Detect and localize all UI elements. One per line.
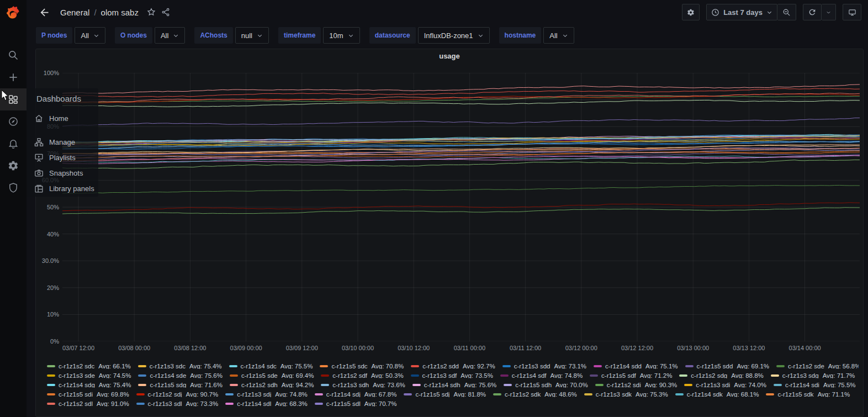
legend-item[interactable]: c-r1z1s3 sdjAvg: 74.8% [225,391,308,397]
legend-item[interactable]: c-r1z1s4 sddAvg: 75.1% [594,363,678,369]
flyout-item-snapshots[interactable]: Snapshots [27,165,98,181]
dashboards-flyout-menu: Dashboards HomeManagePlaylistsSnapshotsL… [27,88,98,197]
legend-swatch [500,374,509,377]
legend-item[interactable]: c-r1z1s3 sdcAvg: 75.4% [138,363,222,369]
legend-item[interactable]: c-r1z1s2 sdkAvg: 48.6% [493,391,577,397]
legend-item[interactable]: c-r1z1s5 sdhAvg: 70.0% [504,382,588,388]
flyout-item-label: Library panels [49,184,94,193]
legend-swatch [411,365,419,367]
legend-item[interactable]: c-r1z1s4 sdgAvg: 75.4% [47,382,131,388]
breadcrumb: General / olom sabz [60,8,139,17]
legend-item[interactable]: c-r1z1s5 sdcAvg: 70.8% [320,363,404,369]
flyout-item-manage[interactable]: Manage [27,134,98,150]
legend-item[interactable]: c-r1z1s5 sdfAvg: 71.2% [590,372,672,378]
clock-icon [711,8,719,17]
legend-series-name: c-r1z1s4 sdd [605,363,642,369]
legend-series-name: c-r1z1s3 sdg [782,372,819,378]
variable-label: AChosts [194,27,232,44]
legend-series-name: c-r1z1s5 sdh [515,382,552,388]
legend-item[interactable]: c-r1z1s5 sdkAvg: 71.1% [766,391,850,397]
plot-area[interactable] [62,73,860,341]
legend-swatch [504,384,512,386]
legend-item[interactable]: c-r1z1s2 sdcAvg: 66.1% [47,363,131,369]
refresh-group [803,4,836,20]
legend-item[interactable]: c-r1z1s3 sdgAvg: 71.7% [771,372,855,378]
legend-item[interactable]: c-r1z1s3 sdeAvg: 74.5% [47,372,131,378]
legend-item[interactable]: c-r1z1s2 sdeAvg: 56.8% [776,363,859,369]
legend-item[interactable]: c-r1z1s2 sdiAvg: 90.3% [595,382,678,388]
legend-item[interactable]: c-r1z1s3 sdiAvg: 74.0% [684,382,766,388]
legend-series-name: c-r1z1s4 sdc [241,363,277,369]
legend-item[interactable]: c-r1z1s5 sdeAvg: 69.4% [230,372,314,378]
cycle-view-mode-button[interactable] [843,4,861,20]
legend-item[interactable]: c-r1z1s4 sdeAvg: 75.6% [138,372,222,378]
create-plus-button[interactable] [0,66,27,88]
legend-item[interactable]: c-r1z1s5 sddAvg: 69.1% [685,363,769,369]
legend-item[interactable]: c-r1z1s4 sdlAvg: 68.3% [225,400,308,407]
legend-series-avg: Avg: 56.8% [828,363,859,369]
variable-value-dropdown[interactable]: All [155,27,185,44]
favorite-star-button[interactable] [144,5,158,19]
legend-item[interactable]: c-r1z1s3 sdkAvg: 75.3% [584,391,668,397]
legend-item[interactable]: c-r1z1s3 sdhAvg: 73.6% [321,382,405,388]
x-tick-label: 03/07 12:00 [62,345,94,351]
legend-item[interactable]: c-r1z1s4 sdhAvg: 75.6% [412,382,496,388]
variable-value-dropdown[interactable]: All [543,27,574,44]
legend-item[interactable]: c-r1z1s4 sdcAvg: 75.5% [229,363,313,369]
configuration-button[interactable] [0,155,27,177]
legend-item[interactable]: c-r1z1s2 sdfAvg: 50.3% [321,372,403,378]
legend-item[interactable]: c-r1z1s2 sdlAvg: 91.0% [47,400,129,407]
legend-series-name: c-r1z1s3 sdd [514,363,551,369]
flyout-item-label: Playlists [49,154,76,162]
zoom-out-button[interactable] [777,4,796,20]
dashboards-button[interactable] [0,88,27,110]
legend-item[interactable]: c-r1z1s3 sddAvg: 73.1% [502,363,586,369]
dashboard-settings-button[interactable] [682,4,700,20]
explore-button[interactable] [0,110,27,133]
breadcrumb-folder[interactable]: General [60,8,89,17]
back-arrow-button[interactable] [36,4,52,20]
legend-item[interactable]: c-r1z1s4 sdfAvg: 74.8% [500,372,583,378]
server-admin-button[interactable] [0,177,27,199]
grafana-logo[interactable] [0,0,27,27]
flyout-item-playlists[interactable]: Playlists [27,150,98,165]
legend-series-avg: Avg: 91.0% [97,400,129,407]
legend-series-avg: Avg: 69.8% [97,391,129,397]
legend-item[interactable]: c-r1z1s5 sdjAvg: 81.8% [404,391,486,397]
variable-value-dropdown[interactable]: InfluxDB-zone1 [418,27,490,44]
alerting-button[interactable] [0,133,27,155]
variable-value-dropdown[interactable]: All [75,27,105,44]
legend-item[interactable]: c-r1z1s3 sdfAvg: 73.5% [411,372,493,378]
legend-item[interactable]: c-r1z1s5 sdgAvg: 71.6% [138,382,222,388]
legend-item[interactable]: c-r1z1s2 sddAvg: 92.7% [411,363,495,369]
legend-series-name: c-r1z1s2 sdi [607,382,641,388]
share-button[interactable] [158,5,173,19]
legend-item[interactable]: c-r1z1s2 sdhAvg: 94.2% [230,382,314,388]
legend-swatch [225,403,234,405]
legend-series-avg: Avg: 75.3% [636,391,668,397]
time-range-picker[interactable]: Last 7 days [706,4,777,20]
variable-value-dropdown[interactable]: 10m [323,27,359,44]
legend-item[interactable]: c-r1z1s5 sdlAvg: 70.7% [315,400,397,407]
flyout-item-home[interactable]: Home [27,110,98,126]
breadcrumb-dashboard-title[interactable]: olom sabz [101,8,139,17]
legend-series-avg: Avg: 68.1% [727,391,759,397]
legend-item[interactable]: c-r1z1s5 sdiAvg: 69.8% [47,391,129,397]
legend-item[interactable]: c-r1z1s4 sdjAvg: 67.8% [315,391,397,397]
usage-chart-svg[interactable] [62,73,860,341]
legend-item[interactable]: c-r1z1s4 sdiAvg: 75.5% [774,382,856,388]
compass-icon [8,116,19,127]
panel-title[interactable]: usage [36,52,863,60]
refresh-interval-dropdown[interactable] [822,4,836,20]
variable-value-dropdown[interactable]: null [235,27,269,44]
refresh-button[interactable] [803,4,822,20]
legend-item[interactable]: c-r1z1s3 sdlAvg: 73.3% [136,400,219,407]
legend-item[interactable]: c-r1z1s2 sdjAvg: 90.7% [136,391,219,397]
y-tick-label: 10% [36,311,59,318]
legend-item[interactable]: c-r1z1s2 sdgAvg: 88.8% [679,372,763,378]
variable-datasource: datasourceInfluxDB-zone1 [369,27,490,44]
search-button[interactable] [0,44,27,66]
flyout-title: Dashboards [27,93,98,106]
flyout-item-library-panels[interactable]: Library panels [27,181,98,196]
legend-item[interactable]: c-r1z1s4 sdkAvg: 68.1% [675,391,759,397]
